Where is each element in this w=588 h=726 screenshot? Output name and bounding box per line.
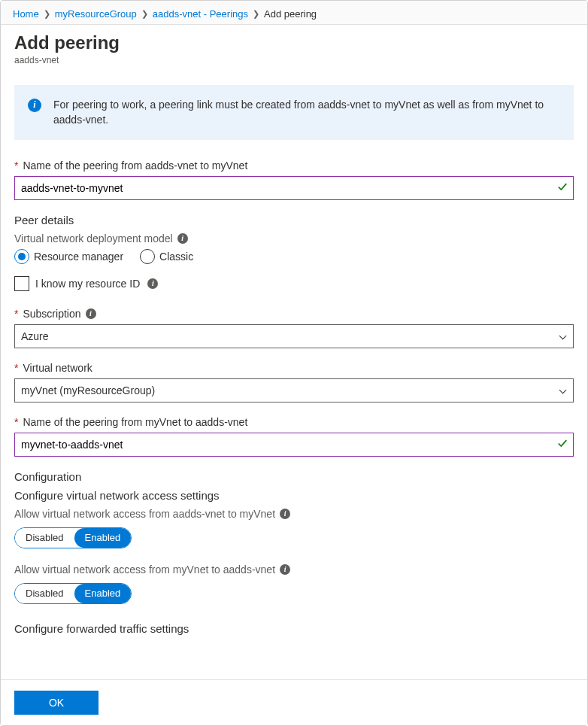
required-marker: * <box>14 362 18 374</box>
page-subtitle: aadds-vnet <box>14 55 574 65</box>
deployment-model-label: Virtual network deployment model <box>14 232 173 245</box>
virtual-network-select[interactable]: myVnet (myResourceGroup) <box>14 378 574 402</box>
breadcrumb-vnet-peerings[interactable]: aadds-vnet - Peerings <box>153 8 248 20</box>
breadcrumb-resource-group[interactable]: myResourceGroup <box>55 8 137 20</box>
ok-button[interactable]: OK <box>14 691 99 715</box>
info-icon[interactable]: i <box>280 564 290 575</box>
chevron-right-icon: ❯ <box>141 9 148 19</box>
radio-classic[interactable]: Classic <box>140 249 193 264</box>
allow-access-2-toggle[interactable]: Disabled Enabled <box>14 583 132 604</box>
page-title: Add peering <box>14 32 574 53</box>
radio-resource-manager[interactable]: Resource manager <box>14 249 123 264</box>
info-text: For peering to work, a peering link must… <box>53 99 544 126</box>
info-icon: i <box>28 99 41 112</box>
forwarded-traffic-heading: Configure forwarded traffic settings <box>14 622 574 635</box>
info-icon[interactable]: i <box>86 308 96 319</box>
breadcrumb-current: Add peering <box>264 8 317 20</box>
page-header: Add peering aadds-vnet <box>1 25 587 71</box>
subscription-label: Subscription <box>23 308 80 320</box>
access-settings-heading: Configure virtual network access setting… <box>14 489 574 502</box>
peering-name-2-label: Name of the peering from myVnet to aadds… <box>23 416 247 428</box>
subscription-value: Azure <box>21 330 49 342</box>
info-icon[interactable]: i <box>280 509 290 519</box>
chevron-down-icon <box>559 333 567 340</box>
configuration-heading: Configuration <box>14 470 574 483</box>
required-marker: * <box>14 308 18 320</box>
peering-name-1-input[interactable] <box>14 176 574 200</box>
chevron-right-icon: ❯ <box>253 9 259 19</box>
peering-name-2-input[interactable] <box>14 433 574 457</box>
radio-icon <box>140 249 155 264</box>
form-content: i For peering to work, a peering link mu… <box>1 71 587 681</box>
know-resource-id-label: I know my resource ID <box>35 278 140 290</box>
virtual-network-value: myVnet (myResourceGroup) <box>21 384 155 396</box>
allow-access-2-label: Allow virtual network access from myVnet… <box>14 563 275 576</box>
peering-name-1-label: Name of the peering from aadds-vnet to m… <box>23 159 247 172</box>
chevron-right-icon: ❯ <box>44 9 50 19</box>
radio-icon <box>14 249 29 264</box>
radio-classic-label: Classic <box>159 251 193 263</box>
breadcrumb-home[interactable]: Home <box>13 8 39 20</box>
peer-details-heading: Peer details <box>14 214 574 226</box>
required-marker: * <box>14 159 18 172</box>
footer: OK <box>1 679 587 725</box>
radio-resource-manager-label: Resource manager <box>34 251 123 263</box>
chevron-down-icon <box>559 387 567 394</box>
toggle-enabled-option[interactable]: Enabled <box>74 584 132 603</box>
info-banner: i For peering to work, a peering link mu… <box>14 85 574 140</box>
required-marker: * <box>14 416 18 428</box>
toggle-enabled-option[interactable]: Enabled <box>74 528 132 548</box>
virtual-network-label: Virtual network <box>23 362 92 374</box>
allow-access-1-toggle[interactable]: Disabled Enabled <box>14 527 132 548</box>
toggle-disabled-option[interactable]: Disabled <box>15 528 74 548</box>
info-icon[interactable]: i <box>147 278 158 289</box>
info-icon[interactable]: i <box>177 233 188 244</box>
toggle-disabled-option[interactable]: Disabled <box>15 584 74 603</box>
subscription-select[interactable]: Azure <box>14 324 574 348</box>
know-resource-id-checkbox[interactable] <box>14 276 29 291</box>
allow-access-1-label: Allow virtual network access from aadds-… <box>14 508 275 520</box>
breadcrumb: Home ❯ myResourceGroup ❯ aadds-vnet - Pe… <box>1 1 587 25</box>
